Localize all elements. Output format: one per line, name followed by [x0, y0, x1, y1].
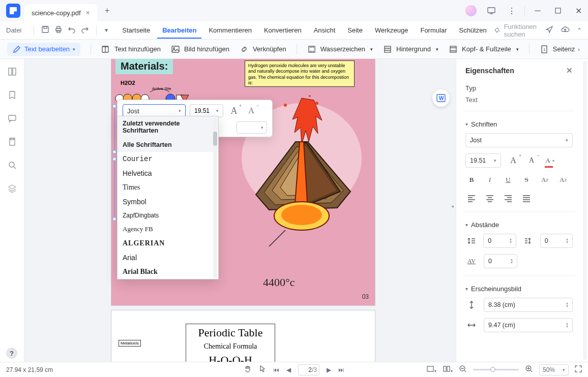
menu-startseite[interactable]: Startseite [117, 24, 155, 36]
para-spacing-input[interactable]: 0▴▾ [540, 234, 573, 248]
bold-icon[interactable]: B [465, 174, 478, 186]
appearance-section-header[interactable]: Erscheinungsbild [456, 280, 582, 295]
select-tool-icon[interactable] [259, 365, 266, 374]
view-mode-icon[interactable]: ▾ [443, 365, 453, 374]
share-icon[interactable] [545, 25, 553, 35]
print-icon[interactable] [54, 25, 63, 35]
align-left-icon[interactable] [465, 192, 478, 204]
prop-font-size[interactable]: 19.51▾ [465, 153, 501, 168]
close-window-button[interactable]: ✕ [569, 1, 588, 20]
fit-width-icon[interactable]: ▾ [426, 365, 436, 374]
link-button[interactable]: Verknüpfen [240, 45, 286, 54]
zoom-slider[interactable] [473, 369, 519, 370]
save-icon[interactable] [41, 25, 49, 35]
search-functions[interactable]: Funktionen suchen [494, 23, 538, 38]
image-icon [171, 45, 180, 54]
export-word-fab[interactable]: W [432, 89, 450, 107]
zoom-out-icon[interactable] [459, 365, 467, 374]
panel-scrollbar[interactable] [583, 61, 587, 360]
spacing-section-header[interactable]: Abstände [456, 216, 582, 231]
search-panel-icon[interactable] [7, 160, 18, 171]
last-page-icon[interactable]: ⏭ [338, 366, 344, 373]
prop-font-select[interactable]: Jost▾ [465, 133, 573, 147]
underline-icon[interactable]: U [502, 174, 514, 186]
font-option-zapf[interactable]: ZapfDingbats [117, 209, 218, 222]
menu-kommentieren[interactable]: Kommentieren [203, 24, 257, 36]
width-input[interactable]: 9.47 (cm)▴▾ [484, 318, 573, 332]
add-image-button[interactable]: Bild hinzufügen [171, 45, 229, 54]
user-avatar[interactable] [461, 1, 481, 20]
align-right-icon[interactable] [502, 192, 514, 204]
collapse-right-handle[interactable]: ◂ [451, 203, 454, 209]
decrease-font-icon[interactable]: A− [245, 104, 258, 117]
menu-ansicht[interactable]: Ansicht [309, 24, 341, 36]
collapse-ribbon-icon[interactable]: ⌃ [577, 27, 582, 34]
menu-bearbeiten[interactable]: Bearbeiten [157, 24, 201, 39]
watermark-button[interactable]: Wasserzeichen▾ [307, 45, 373, 54]
add-text-button[interactable]: Text hinzufügen [101, 45, 161, 54]
next-page-icon[interactable]: ▶ [327, 366, 331, 373]
italic-icon[interactable]: I [484, 174, 496, 186]
undo-icon[interactable] [68, 25, 76, 35]
page-number-button[interactable]: 1 Seitenz› [540, 45, 580, 54]
align-center-icon[interactable] [484, 192, 496, 204]
attachments-icon[interactable] [7, 136, 18, 147]
font-option-symbol[interactable]: Symbol [117, 195, 218, 209]
feedback-icon[interactable] [482, 1, 501, 20]
subscript-icon[interactable]: A2 [557, 174, 569, 186]
maximize-button[interactable] [548, 1, 568, 20]
menu-werkzeuge[interactable]: Werkzeuge [370, 24, 414, 36]
zoom-in-icon[interactable] [525, 365, 533, 374]
fullscreen-icon[interactable] [575, 365, 582, 374]
char-spacing-input[interactable]: 0▴▾ [484, 254, 517, 268]
font-option-arial-black[interactable]: Arial Black [117, 265, 218, 279]
edit-text-button[interactable]: Text bearbeiten ▾ [7, 43, 80, 56]
superscript-icon[interactable]: A2 [539, 174, 551, 186]
close-tab-icon[interactable]: × [86, 9, 90, 17]
font-option-arial[interactable]: Arial [117, 250, 218, 265]
background-button[interactable]: Hintergrund▾ [383, 45, 438, 54]
font-color-well[interactable]: ▾ [237, 121, 267, 134]
cloud-icon[interactable] [561, 25, 570, 35]
document-tab[interactable]: science-copy.pdf × [24, 4, 97, 21]
minimize-button[interactable]: ─ [528, 1, 547, 20]
font-option-times[interactable]: Times [117, 180, 218, 195]
close-panel-icon[interactable]: ✕ [566, 66, 573, 75]
decrease-font-icon[interactable]: A− [525, 154, 538, 167]
qat-dropdown-icon[interactable]: ▼ [104, 27, 109, 33]
bookmarks-icon[interactable] [7, 89, 18, 101]
font-option-algerian[interactable]: ALGERIAN [117, 236, 218, 250]
fonts-section-header[interactable]: Schriften [456, 115, 582, 130]
zoom-value-select[interactable]: 50%▾ [539, 364, 569, 375]
menu-schuetzen[interactable]: Schützen [454, 24, 491, 36]
header-footer-button[interactable]: Kopf- & Fußzeile▾ [449, 45, 519, 54]
page-current-input[interactable] [301, 365, 312, 375]
line-spacing-input[interactable]: 0▴▾ [483, 234, 516, 248]
font-color-icon[interactable]: A▾ [544, 154, 556, 167]
first-page-icon[interactable]: ⏮ [273, 366, 279, 373]
prev-page-icon[interactable]: ◀ [286, 366, 291, 373]
font-option-helvetica[interactable]: Helvetica [117, 166, 218, 180]
align-justify-icon[interactable] [520, 192, 533, 204]
height-input[interactable]: 8.38 (cm)▴▾ [484, 298, 573, 312]
redo-icon[interactable] [81, 25, 89, 35]
hand-tool-icon[interactable] [244, 365, 252, 374]
titlebar: science-copy.pdf × + ⋮ ─ ✕ [0, 0, 588, 21]
thumbnails-icon[interactable] [7, 66, 18, 77]
font-option-agency[interactable]: Agency FB [117, 222, 218, 236]
more-icon[interactable]: ⋮ [502, 1, 521, 20]
increase-font-icon[interactable]: A+ [507, 154, 519, 167]
menu-konvertieren[interactable]: Konvertieren [259, 24, 307, 36]
file-menu[interactable]: Datei [6, 24, 26, 36]
tab-title: science-copy.pdf [32, 9, 81, 17]
menu-seite[interactable]: Seite [342, 24, 368, 36]
strike-icon[interactable]: S [520, 174, 533, 186]
font-list-scrollbar[interactable] [213, 117, 217, 278]
layers-icon[interactable] [7, 183, 18, 194]
menu-formular[interactable]: Formular [415, 24, 452, 36]
add-tab-button[interactable]: + [100, 4, 114, 18]
comments-icon[interactable] [7, 113, 18, 124]
increase-font-icon[interactable]: A+ [227, 104, 241, 117]
font-option-courier[interactable]: Courier [117, 152, 218, 166]
help-button[interactable]: ? [6, 348, 17, 359]
